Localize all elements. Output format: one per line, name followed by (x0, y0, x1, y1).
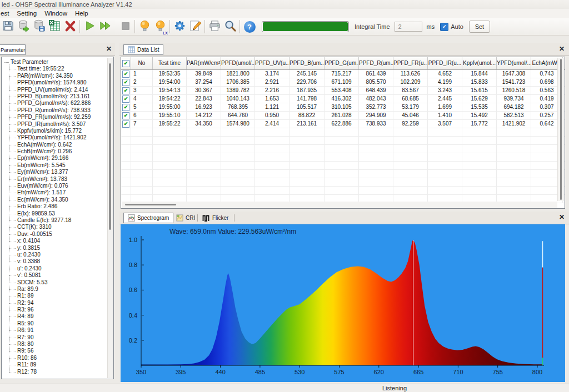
parameter-close-icon[interactable]: ✕ (106, 45, 112, 53)
db-save-button[interactable] (31, 19, 47, 34)
tree-item[interactable]: Eb(mW/cm²): 5.545 (4, 162, 106, 169)
delete-button[interactable] (62, 19, 78, 34)
tree-root[interactable]: Test Parameter (4, 59, 106, 66)
help-button[interactable]: ? (242, 19, 257, 34)
fast-forward-button[interactable] (97, 19, 113, 34)
tree-item[interactable]: R2: 94 (4, 300, 106, 306)
tree-item[interactable]: Efr(mW/cm²): 1.517 (4, 189, 106, 196)
tree-item[interactable]: R5: 90 (4, 320, 106, 327)
row-checkbox[interactable]: ✔ (122, 104, 129, 111)
tree-item[interactable]: PPFD_IR(umol/m²/s): 3.507 (4, 121, 106, 128)
tree-item[interactable]: R11: 89 (4, 361, 106, 368)
tree-item[interactable]: EchA(mW/cm²): 0.642 (4, 142, 106, 148)
tree-item[interactable]: Er(mW/cm²): 13.783 (4, 176, 106, 183)
tree-item[interactable]: PPFD_B(umol/m²/s): 213.161 (4, 93, 106, 100)
column-header[interactable]: No (131, 57, 153, 69)
tree-item[interactable]: PPFD_G(umol/m²/s): 622.886 (4, 100, 106, 107)
tab-spectrogram[interactable]: Spectrogram (123, 213, 173, 223)
row-checkbox[interactable]: ✔ (122, 120, 129, 128)
tree-item[interactable]: PAR(mW/cm²): 34.350 (4, 73, 106, 79)
save-button[interactable] (0, 19, 16, 34)
row-checkbox[interactable]: ✔ (122, 96, 129, 103)
tree-item[interactable]: SDCM: 5.53 (4, 279, 106, 286)
auto-checkbox[interactable]: ✔ (440, 23, 448, 31)
column-header[interactable]: PPFD_FR(u... (393, 57, 428, 69)
tree-item[interactable]: Erb Ratio: 2.486 (4, 203, 106, 210)
column-header[interactable]: PPFD_R(um... (359, 57, 393, 69)
db-export-button[interactable] (16, 19, 31, 34)
tree-item[interactable]: Euv(mW/cm²): 0.076 (4, 183, 106, 189)
spectrogram-close-icon[interactable]: ✕ (559, 213, 565, 221)
table-row[interactable]: ✔419:54:2222.8431040.1431.653141.798416.… (121, 95, 565, 103)
datalist-vscroll-thumb[interactable] (560, 59, 562, 200)
column-header[interactable]: PPFD_G(um... (325, 57, 359, 69)
tree-item[interactable]: CCT(K): 3310 (4, 224, 106, 230)
tree-item[interactable]: R9: 56 (4, 348, 106, 354)
set-button[interactable]: Set (469, 21, 490, 33)
tree-item[interactable]: Ra: 89.9 (4, 286, 106, 293)
menu-item-est[interactable]: est (0, 9, 13, 18)
settings-button[interactable] (172, 19, 187, 34)
stop-button[interactable] (117, 19, 133, 34)
tree-item[interactable]: R7: 90 (4, 334, 106, 341)
bulb-lx-button[interactable]: LX (152, 19, 168, 34)
tree-item[interactable]: Test time: 19:55:22 (4, 66, 106, 72)
tab-flicker[interactable]: Flicker (198, 213, 232, 223)
tree-item[interactable]: YPFD(umol/m²/s): 1421.902 (4, 134, 106, 141)
play-button[interactable] (82, 19, 97, 34)
column-header[interactable]: Kppfv(umol... (462, 57, 497, 69)
edit-button[interactable] (187, 19, 203, 34)
tree-item[interactable]: R3: 96 (4, 306, 106, 313)
column-header[interactable]: PAR(mW/cm²) (187, 57, 221, 69)
tree-item[interactable]: E(lx): 99859.53 (4, 210, 106, 217)
column-header[interactable]: PPFD_B(um... (290, 57, 325, 69)
spectrogram-chart[interactable]: Wave: 659.0nm Value: 229.563uW/cm²/nm 0.… (121, 224, 565, 382)
tree-item[interactable]: u: 0.2430 (4, 252, 106, 258)
tree-item[interactable]: R12: 78 (4, 369, 106, 375)
tree-item[interactable]: u': 0.2430 (4, 265, 106, 272)
datalist-hscroll-thumb[interactable] (125, 204, 176, 205)
row-checkbox[interactable]: ✔ (122, 79, 129, 86)
column-header[interactable]: Test time (153, 57, 187, 69)
tree-item[interactable]: Ep(mW/cm²): 29.166 (4, 155, 106, 162)
datalist-close-icon[interactable]: ✕ (559, 45, 565, 53)
datalist-vscrollbar[interactable] (557, 58, 564, 201)
tree-item[interactable]: PPFD(umol/m²/s): 1574.980 (4, 79, 106, 86)
row-checkbox[interactable]: ✔ (122, 112, 129, 119)
tab-cri[interactable]: CRI (172, 213, 199, 223)
bulb-button[interactable] (137, 19, 152, 34)
tree-item[interactable]: x: 0.4104 (4, 238, 106, 244)
tree-item[interactable]: R8: 80 (4, 341, 106, 348)
column-header[interactable]: YPFD(umol/... (497, 57, 531, 69)
tree-item[interactable]: v': 0.5081 (4, 272, 106, 279)
integral-time-input[interactable] (395, 22, 422, 32)
table-row[interactable]: ✔119:53:3539.8491821.8003.174245.145715.… (121, 70, 565, 78)
tree-item[interactable]: R10: 86 (4, 355, 106, 361)
parameter-scrollbar-thumb[interactable] (109, 63, 111, 230)
column-header[interactable]: PPFD(umol/... (221, 57, 255, 69)
tree-item[interactable]: v: 0.3388 (4, 258, 106, 265)
table-row[interactable]: ✔519:55:0016.923768.3951.121105.517310.1… (121, 103, 565, 112)
tree-item[interactable]: R4: 89 (4, 313, 106, 320)
tree-item[interactable]: EchB(mW/cm²): 0.296 (4, 148, 106, 155)
menu-item-setting[interactable]: Setting (13, 9, 41, 18)
tree-item[interactable]: Duv: -0.00515 (4, 231, 106, 238)
tab-parameter[interactable]: Parameter (0, 44, 26, 55)
table-row[interactable]: ✔619:55:1014.212644.7600.95088.822261.02… (121, 112, 565, 120)
tree-item[interactable]: Ey(mW/cm²): 13.377 (4, 169, 106, 175)
tab-data-list[interactable]: Data List (123, 44, 163, 55)
table-row[interactable]: ✔719:55:2234.3501574.9802.414213.161622.… (121, 120, 565, 128)
tree-item[interactable]: R1: 89 (4, 293, 106, 299)
tree-item[interactable]: y: 0.3815 (4, 245, 106, 252)
menu-item-window[interactable]: Window (41, 9, 71, 18)
tree-item[interactable]: PPFD_R(umol/m²/s): 738.933 (4, 107, 106, 114)
zoom-button[interactable] (222, 19, 238, 34)
excel-export-button[interactable] (47, 19, 62, 34)
select-all-checkbox[interactable]: ✔ (122, 60, 129, 67)
row-checkbox[interactable]: ✔ (122, 71, 129, 78)
table-row[interactable]: ✔219:54:0037.2541706.3852.921229.706671.… (121, 78, 565, 87)
tree-item[interactable]: PPFD_UV(umol/m²/s): 2.414 (4, 87, 106, 93)
tree-item[interactable]: Ec(mW/cm²): 34.350 (4, 197, 106, 203)
table-row[interactable]: ✔319:54:1330.3671389.7822.216187.935553.… (121, 87, 565, 95)
tree-item[interactable]: R6: 91 (4, 327, 106, 334)
